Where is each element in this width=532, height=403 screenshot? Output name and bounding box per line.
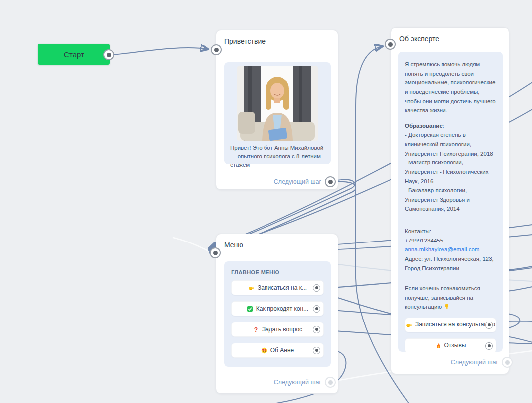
menu-input-port[interactable] (210, 247, 221, 258)
education-heading: Образование: (405, 121, 496, 131)
menu-button-signup-port[interactable] (313, 284, 320, 292)
expert-next-step: Следующий шаг (451, 357, 513, 368)
expert-cta-text: Если хочешь познакомиться получше, запис… (405, 285, 480, 310)
menu-button-how-label: Как проходят кон... (256, 305, 308, 312)
flow-canvas[interactable]: Старт Приветствие (0, 0, 532, 403)
menu-button-how[interactable]: Как проходят кон... (231, 301, 324, 316)
education-item: - Докторская степень в клинической психо… (405, 130, 496, 158)
menu-button-how-port[interactable] (313, 305, 320, 313)
check-mark-icon (247, 306, 253, 312)
expert-button-reviews-label: Отзывы (444, 341, 466, 350)
expert-button-reviews-port[interactable] (485, 342, 493, 350)
menu-button-signup-label: Записаться на к... (258, 284, 307, 291)
fire-icon (435, 343, 442, 349)
expert-button-reviews[interactable]: Отзывы (405, 338, 496, 352)
menu-next-step: Следующий шаг (274, 377, 336, 388)
menu-button-about-label: Об Анне (270, 347, 294, 354)
next-step-label: Следующий шаг (274, 379, 321, 386)
education-item: - Магистр психологии, Университет - Псих… (405, 158, 496, 186)
start-label: Старт (64, 50, 84, 59)
psychologist-photo (237, 66, 318, 141)
node-menu[interactable]: Меню ГЛАВНОЕ МЕНЮ Записаться на к... Как… (216, 234, 338, 394)
menu-message-bubble: ГЛАВНОЕ МЕНЮ Записаться на к... Как прох… (224, 261, 331, 367)
expert-message-bubble: Я стремлюсь помочь людям понять и преодо… (398, 52, 503, 352)
menu-button-about[interactable]: Об Анне (231, 343, 324, 358)
contact-email-link[interactable]: anna.mikhaylova@email.com (405, 246, 479, 252)
svg-text:?: ? (254, 326, 258, 333)
greeting-message-bubble: Привет! Это бот Анны Михайловой — опытно… (224, 62, 331, 164)
node-greeting[interactable]: Приветствие Приве (216, 30, 338, 190)
menu-button-question-port[interactable] (313, 326, 320, 333)
point-down-icon (444, 303, 450, 310)
expert-intro: Я стремлюсь помочь людям понять и преодо… (405, 60, 496, 115)
menu-button-question[interactable]: ? Задать вопрос (231, 322, 324, 337)
expert-next-port[interactable] (502, 357, 513, 368)
contacts-heading: Контакты: (405, 227, 496, 236)
expert-button-signup[interactable]: Записаться на консультацию (405, 318, 496, 332)
contact-phone: +79991234455 (405, 236, 496, 245)
next-step-label: Следующий шаг (451, 359, 498, 366)
main-menu-label: ГЛАВНОЕ МЕНЮ (231, 269, 324, 275)
node-greeting-title: Приветствие (216, 30, 338, 45)
wire-start-to-greeting (114, 48, 208, 55)
contact-address: Адрес: ул. Психологическая, 123, Город П… (405, 254, 496, 273)
expert-button-signup-label: Записаться на консультацию (415, 320, 495, 329)
node-menu-title: Меню (216, 234, 338, 249)
expert-cta: Если хочешь познакомиться получше, запис… (405, 284, 496, 312)
menu-button-about-port[interactable] (313, 347, 320, 354)
greeting-caption: Привет! Это бот Анны Михайловой — опытно… (228, 144, 327, 169)
expert-input-port[interactable] (385, 39, 396, 50)
question-mark-icon: ? (253, 326, 259, 333)
point-right-icon (406, 322, 412, 328)
menu-next-port[interactable] (325, 377, 336, 388)
node-expert[interactable]: Об эксперте Я стремлюсь помочь людям пон… (391, 27, 509, 374)
menu-button-question-label: Задать вопрос (262, 326, 302, 333)
start-output-port[interactable] (103, 49, 114, 60)
menu-button-signup[interactable]: Записаться на к... (231, 280, 324, 295)
education-item: - Бакалавр психологии, Университет Здоро… (405, 186, 496, 214)
expert-contacts: Контакты: +79991234455 anna.mikhaylova@e… (405, 227, 496, 273)
greeting-next-port[interactable] (325, 176, 336, 187)
greeting-input-port[interactable] (211, 44, 222, 55)
node-expert-title: Об эксперте (391, 28, 509, 43)
greeting-next-step: Следующий шаг (274, 176, 336, 187)
start-node[interactable]: Старт (38, 44, 110, 65)
point-right-icon (248, 285, 255, 291)
heart-eyes-icon (261, 347, 267, 354)
next-step-label: Следующий шаг (274, 178, 321, 185)
expert-button-signup-port[interactable] (485, 322, 493, 329)
expert-education: Образование: - Докторская степень в клин… (405, 121, 496, 214)
